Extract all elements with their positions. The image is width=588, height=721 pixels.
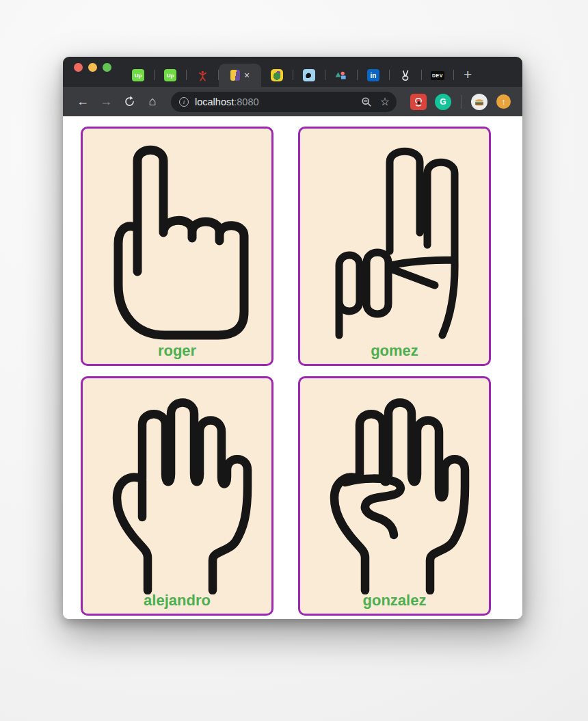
address-bar[interactable]: i localhost:8080 ☆ bbox=[171, 92, 397, 112]
tab-upwork-1[interactable]: Up bbox=[122, 64, 154, 87]
bookmark-star-icon[interactable]: ☆ bbox=[380, 95, 390, 108]
minimize-window-button[interactable] bbox=[88, 63, 97, 72]
tab-dev[interactable]: DEV bbox=[422, 64, 453, 87]
upwork-icon: Up bbox=[132, 69, 144, 81]
card-roger[interactable]: roger bbox=[81, 127, 273, 366]
reload-button[interactable] bbox=[119, 92, 139, 112]
tab-blue-silhouette[interactable] bbox=[293, 64, 325, 87]
new-tab-button[interactable]: + bbox=[464, 66, 472, 83]
tab-shapes[interactable] bbox=[325, 64, 357, 87]
card-label: alejandro bbox=[83, 592, 271, 609]
toolbar-separator bbox=[461, 95, 462, 109]
close-tab-icon[interactable]: × bbox=[244, 70, 250, 80]
tab-localhost-active[interactable]: × bbox=[219, 64, 261, 87]
card-label: roger bbox=[83, 342, 271, 360]
hand-three-fingers-icon bbox=[83, 380, 271, 594]
url-text: localhost:8080 bbox=[195, 96, 259, 107]
tab-peace-hand[interactable] bbox=[390, 64, 421, 87]
back-button[interactable]: ← bbox=[72, 92, 93, 112]
shapes-icon bbox=[335, 69, 347, 81]
close-window-button[interactable] bbox=[74, 63, 83, 72]
hand-two-fingers-icon bbox=[300, 130, 489, 345]
hand-one-finger-icon bbox=[83, 130, 271, 345]
card-gonzalez[interactable]: gonzalez bbox=[298, 376, 491, 616]
reload-icon bbox=[124, 96, 135, 107]
zoom-window-button[interactable] bbox=[103, 63, 111, 72]
yellow-badge-icon bbox=[271, 69, 283, 81]
grammarly-icon[interactable]: G bbox=[435, 94, 451, 110]
tab-yellow-badge[interactable] bbox=[261, 64, 293, 87]
card-label: gonzalez bbox=[300, 592, 489, 609]
tab-strip: Up Up × bbox=[63, 57, 522, 87]
localhost-favicon bbox=[230, 70, 240, 81]
hamburger-icon bbox=[474, 97, 485, 107]
browser-window: Up Up × bbox=[63, 57, 522, 619]
tab-separator bbox=[453, 70, 454, 80]
upwork-icon: Up bbox=[164, 69, 176, 81]
red-extension-icon[interactable] bbox=[410, 94, 427, 110]
profile-avatar[interactable] bbox=[471, 94, 487, 110]
red-figure-icon bbox=[196, 69, 209, 81]
animal-silhouette-icon bbox=[303, 69, 315, 81]
hand-three-fingers-thumb-folded-icon bbox=[300, 380, 489, 594]
home-button[interactable]: ⌂ bbox=[142, 92, 163, 112]
card-alejandro[interactable]: alejandro bbox=[81, 376, 273, 616]
dev-icon: DEV bbox=[431, 71, 444, 80]
tab-list: Up Up × bbox=[122, 57, 454, 87]
traffic-lights bbox=[74, 57, 111, 87]
card-gomez[interactable]: gomez bbox=[298, 127, 491, 366]
page-content: roger gomez alejandro gonzalez bbox=[63, 116, 522, 619]
zoom-out-icon[interactable] bbox=[361, 96, 372, 107]
linkedin-icon: in bbox=[367, 69, 379, 81]
browser-update-menu-icon[interactable]: ↑ bbox=[496, 94, 511, 109]
tab-linkedin[interactable]: in bbox=[358, 64, 389, 87]
browser-toolbar: ← → ⌂ i localhost:8080 ☆ G bbox=[63, 87, 522, 116]
peace-hand-icon bbox=[399, 69, 412, 81]
forward-button[interactable]: → bbox=[96, 92, 116, 112]
tab-upwork-2[interactable]: Up bbox=[155, 64, 186, 87]
site-info-icon[interactable]: i bbox=[179, 97, 189, 107]
url-port: :8080 bbox=[234, 96, 258, 107]
tab-red-figure[interactable] bbox=[187, 64, 218, 87]
card-label: gomez bbox=[300, 342, 489, 360]
